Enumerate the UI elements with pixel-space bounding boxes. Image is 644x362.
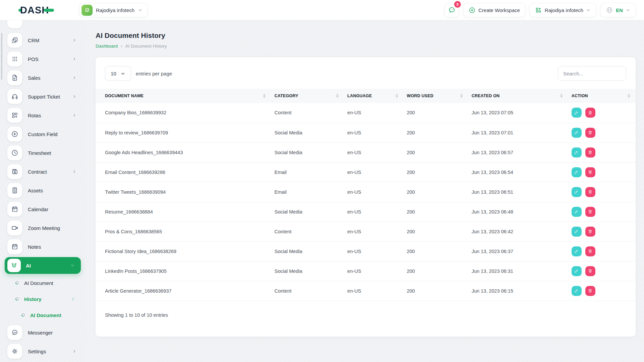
cell-name: Fictional Story Idea_1686638269 [96, 241, 271, 261]
chevron-down-icon [626, 8, 630, 12]
sort-arrows-icon[interactable] [263, 94, 266, 98]
sort-arrows-icon[interactable] [628, 94, 630, 98]
cell-language: en-US [344, 241, 404, 261]
sidebar-item-custom-field[interactable]: Custom Field [0, 125, 86, 143]
plus-circle-icon [469, 7, 476, 14]
delete-button[interactable] [585, 207, 595, 217]
app-logo[interactable]: DASH [18, 5, 54, 16]
cell-action [568, 162, 636, 182]
column-header-document-name[interactable]: DOCUMENT NAME [96, 89, 271, 103]
column-header-label: CREATED ON [472, 94, 500, 98]
delete-button[interactable] [585, 108, 595, 118]
sidebar-item-label: Contract [28, 169, 47, 175]
cell-name: LinkedIn Posts_1686637905 [96, 261, 271, 281]
sidebar-item-label: Zoom Meeting [28, 225, 60, 231]
page-size-select[interactable]: 10 [105, 66, 131, 81]
sidebar-item-calendar[interactable]: Calendar [0, 200, 86, 219]
cell-words: 200 [404, 202, 468, 222]
sidebar-item-label: AI [26, 263, 31, 268]
chevron-down-icon [586, 8, 591, 12]
messages-button[interactable]: 0 [445, 3, 459, 17]
delete-button[interactable] [585, 227, 595, 237]
delete-button[interactable] [585, 266, 595, 276]
edit-button[interactable] [572, 108, 582, 118]
ai-icon [7, 259, 21, 272]
cell-created: Jun 13, 2023 07:05 [468, 103, 568, 123]
sidebar-item-pos[interactable]: POS [0, 50, 86, 68]
sidebar-item-assets[interactable]: Assets [0, 181, 86, 200]
sidebar-item-ai[interactable]: AI [5, 257, 81, 274]
cell-language: en-US [344, 103, 404, 123]
sidebar-item-messenger[interactable]: Messenger [0, 323, 86, 342]
table-row: Company Bios_1686639932Contenten-US200Ju… [96, 103, 636, 123]
column-header-word-used[interactable]: WORD USED [404, 89, 468, 103]
sidebar-item-support-ticket[interactable]: Support Ticket [0, 87, 86, 106]
sidebar-item-settings[interactable]: Settings [0, 342, 86, 361]
account-name: Rajodiya infotech [545, 7, 583, 13]
cell-words: 200 [404, 222, 468, 241]
sort-arrows-icon[interactable] [560, 94, 563, 98]
edit-button[interactable] [572, 266, 582, 276]
column-header-created-on[interactable]: CREATED ON [468, 89, 568, 103]
column-header-category[interactable]: CATEGORY [271, 89, 344, 103]
cell-words: 200 [404, 142, 468, 162]
sort-arrows-icon[interactable] [460, 94, 463, 98]
logo-dash [44, 9, 54, 12]
language-selector[interactable]: EN [600, 3, 636, 17]
sidebar-item-contract[interactable]: Contract [0, 162, 86, 181]
sidebar-subitem-ai-document[interactable]: AI Document [0, 307, 86, 323]
column-header-label: CATEGORY [274, 94, 298, 98]
delete-button[interactable] [585, 128, 595, 138]
edit-button[interactable] [572, 167, 582, 177]
delete-button[interactable] [585, 187, 595, 197]
delete-button[interactable] [585, 147, 595, 158]
delete-button[interactable] [585, 286, 595, 296]
table-row: Article Generator_1686636937Contenten-US… [96, 281, 636, 301]
create-workspace-button[interactable]: Create Workspace [463, 3, 525, 17]
sort-arrows-icon[interactable] [395, 94, 398, 98]
chevron-right-icon [72, 169, 77, 174]
edit-button[interactable] [572, 187, 582, 197]
cell-language: en-US [344, 281, 404, 301]
account-selector[interactable]: Rajodiya infotech [530, 3, 596, 17]
sidebar-item-timesheet[interactable]: Timesheet [0, 143, 86, 162]
table-row: Resume_1686638884Social Mediaen-US200Jun… [96, 202, 636, 222]
cell-name: Article Generator_1686636937 [96, 281, 271, 301]
cell-category: Social Media [271, 123, 344, 142]
workspace-selector[interactable]: Rajodiya infotech [79, 3, 148, 17]
breadcrumb-dashboard-link[interactable]: Dashboard [96, 44, 118, 49]
sidebar-item-zoom-meeting[interactable]: Zoom Meeting [0, 219, 86, 237]
page-title: AI Document History [96, 32, 636, 40]
sort-arrows-icon[interactable] [336, 94, 339, 98]
column-header-action[interactable]: ACTION [568, 89, 636, 103]
edit-button[interactable] [572, 147, 582, 158]
sidebar-subitem-ai-document[interactable]: AI Document [0, 275, 86, 291]
search-input[interactable] [558, 66, 626, 81]
sidebar: CRMPOSSalesSupport TicketRotasCustom Fie… [0, 20, 86, 362]
edit-button[interactable] [572, 227, 582, 237]
chevron-down-icon [70, 263, 75, 268]
chevron-right-icon [72, 349, 77, 354]
sidebar-item-rotas[interactable]: Rotas [0, 106, 86, 125]
chevron-right-icon [72, 113, 77, 118]
delete-button[interactable] [585, 246, 595, 256]
sidebar-scrollbar[interactable] [1, 33, 2, 80]
sidebar-item-label: Messenger [28, 330, 53, 336]
sidebar-item-crm[interactable]: CRM [0, 31, 86, 50]
cell-name: Twitter Tweets_1686639094 [96, 182, 271, 202]
sidebar-menu: CRMPOSSalesSupport TicketRotasCustom Fie… [0, 31, 86, 361]
table-header-row: DOCUMENT NAMECATEGORYLANGUAGEWORD USEDCR… [96, 89, 636, 103]
table-row: LinkedIn Posts_1686637905Social Mediaen-… [96, 261, 636, 281]
edit-button[interactable] [572, 246, 582, 256]
edit-button[interactable] [572, 128, 582, 138]
messages-count-badge: 0 [454, 1, 461, 8]
column-header-language[interactable]: LANGUAGE [344, 89, 404, 103]
edit-button[interactable] [572, 207, 582, 217]
sidebar-item-notes[interactable]: Notes [0, 237, 86, 256]
sidebar-subitem-history[interactable]: History [0, 291, 86, 307]
table-toolbar: 10 entries per page [96, 57, 636, 89]
cell-name: Email Content_1686639286 [96, 162, 271, 182]
sidebar-item-sales[interactable]: Sales [0, 68, 86, 87]
edit-button[interactable] [572, 286, 582, 296]
delete-button[interactable] [585, 167, 595, 177]
